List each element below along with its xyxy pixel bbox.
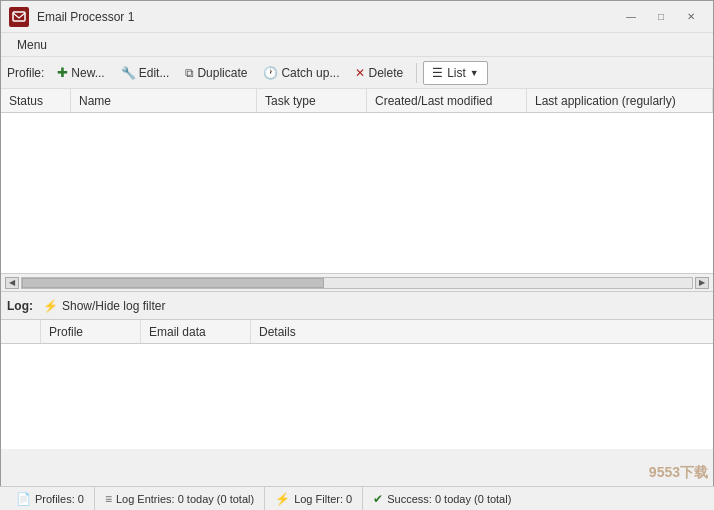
log-col-details: Details [251, 320, 713, 343]
status-bar: 📄 Profiles: 0 ≡ Log Entries: 0 today (0 … [0, 486, 714, 510]
duplicate-label: Duplicate [197, 66, 247, 80]
log-col-email: Email data [141, 320, 251, 343]
minimize-button[interactable]: — [617, 7, 645, 27]
horizontal-scrollbar[interactable]: ◀ ▶ [1, 274, 713, 292]
col-name: Name [71, 89, 257, 112]
success-icon: ✔ [373, 492, 383, 506]
table-body [1, 113, 713, 273]
edit-icon: 🔧 [121, 66, 136, 80]
log-filter-label: Show/Hide log filter [62, 299, 165, 313]
success-count: Success: 0 today (0 total) [387, 493, 511, 505]
scroll-left-arrow[interactable]: ◀ [5, 277, 19, 289]
log-filter-count: Log Filter: 0 [294, 493, 352, 505]
delete-button[interactable]: ✕ Delete [348, 61, 410, 85]
svg-rect-0 [13, 12, 25, 21]
col-status: Status [1, 89, 71, 112]
status-profiles: 📄 Profiles: 0 [6, 487, 95, 510]
maximize-button[interactable]: □ [647, 7, 675, 27]
new-button[interactable]: ✚ New... [50, 61, 111, 85]
log-header: Log: ⚡ Show/Hide log filter [1, 292, 713, 320]
catchup-icon: 🕐 [263, 66, 278, 80]
window-title: Email Processor 1 [37, 10, 617, 24]
app-icon [9, 7, 29, 27]
col-created: Created/Last modified [367, 89, 527, 112]
col-tasktype: Task type [257, 89, 367, 112]
duplicate-icon: ⧉ [185, 66, 194, 80]
scroll-thumb[interactable] [22, 278, 324, 288]
profiles-count: Profiles: 0 [35, 493, 84, 505]
list-icon: ☰ [432, 66, 443, 80]
log-body [1, 344, 713, 449]
scroll-right-arrow[interactable]: ▶ [695, 277, 709, 289]
close-button[interactable]: ✕ [677, 7, 705, 27]
toolbar: Profile: ✚ New... 🔧 Edit... ⧉ Duplicate … [1, 57, 713, 89]
profile-label: Profile: [7, 66, 44, 80]
duplicate-button[interactable]: ⧉ Duplicate [178, 61, 254, 85]
list-button[interactable]: ☰ List ▼ [423, 61, 488, 85]
menu-bar: Menu [1, 33, 713, 57]
menu-item-menu[interactable]: Menu [9, 36, 55, 54]
list-dropdown-icon: ▼ [470, 68, 479, 78]
col-lastapp: Last application (regularly) [527, 89, 713, 112]
log-entries-icon: ≡ [105, 492, 112, 506]
toolbar-separator [416, 63, 417, 83]
title-bar: Email Processor 1 — □ ✕ [1, 1, 713, 33]
filter-icon: ⚡ [43, 299, 58, 313]
catchup-label: Catch up... [281, 66, 339, 80]
window-controls: — □ ✕ [617, 7, 705, 27]
catchup-button[interactable]: 🕐 Catch up... [256, 61, 346, 85]
delete-icon: ✕ [355, 66, 365, 80]
log-filter-button[interactable]: ⚡ Show/Hide log filter [39, 297, 169, 315]
new-label: New... [71, 66, 104, 80]
main-table-area: Status Name Task type Created/Last modif… [1, 89, 713, 274]
edit-label: Edit... [139, 66, 170, 80]
watermark: 9553下载 [649, 464, 708, 482]
profiles-icon: 📄 [16, 492, 31, 506]
list-label: List [447, 66, 466, 80]
status-success: ✔ Success: 0 today (0 total) [363, 487, 521, 510]
log-entries-count: Log Entries: 0 today (0 total) [116, 493, 254, 505]
log-filter-icon: ⚡ [275, 492, 290, 506]
status-log-filter: ⚡ Log Filter: 0 [265, 487, 363, 510]
log-col-status-empty [1, 320, 41, 343]
log-table-header: Profile Email data Details [1, 320, 713, 344]
edit-button[interactable]: 🔧 Edit... [114, 61, 177, 85]
log-col-profile: Profile [41, 320, 141, 343]
delete-label: Delete [368, 66, 403, 80]
new-icon: ✚ [57, 65, 68, 80]
scroll-track[interactable] [21, 277, 693, 289]
table-header: Status Name Task type Created/Last modif… [1, 89, 713, 113]
log-label: Log: [7, 299, 33, 313]
status-log-entries: ≡ Log Entries: 0 today (0 total) [95, 487, 265, 510]
